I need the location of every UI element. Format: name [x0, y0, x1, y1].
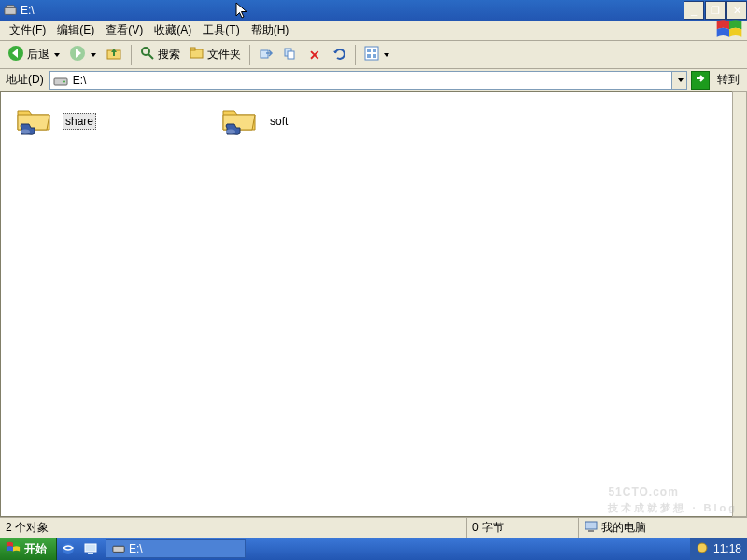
status-location: 我的电脑: [579, 518, 747, 538]
clock: 11:18: [713, 542, 741, 555]
svg-rect-22: [588, 530, 594, 532]
svg-rect-14: [373, 49, 376, 52]
svg-point-5: [142, 48, 149, 55]
svg-rect-15: [367, 54, 371, 58]
separator: [249, 45, 250, 65]
delete-button[interactable]: ✕: [303, 44, 326, 66]
menu-file[interactable]: 文件(F): [4, 21, 51, 40]
menu-favorites[interactable]: 收藏(A): [148, 21, 197, 40]
svg-point-27: [698, 543, 707, 553]
folder-up-icon: [106, 45, 122, 64]
my-computer-icon: [585, 520, 598, 536]
windows-flag-icon: [715, 21, 743, 40]
taskbar: 开始 E:\ 11:18: [0, 538, 747, 560]
views-icon: [364, 46, 379, 63]
svg-rect-1: [7, 6, 15, 8]
status-object-count: 2 个对象: [0, 518, 467, 538]
svg-rect-24: [85, 544, 96, 552]
status-size: 0 字节: [467, 518, 579, 538]
folders-button[interactable]: 文件夹: [186, 44, 245, 66]
window-title: E:\: [21, 4, 683, 17]
drive-icon: [53, 73, 68, 88]
start-button[interactable]: 开始: [0, 538, 57, 560]
back-arrow-icon: [7, 45, 24, 64]
svg-rect-8: [190, 48, 195, 50]
quicklaunch-ie[interactable]: [58, 539, 78, 559]
address-input[interactable]: E:\: [49, 71, 687, 90]
separator: [355, 45, 356, 65]
delete-x-icon: ✕: [309, 48, 320, 63]
menu-bar: 文件(F) 编辑(E) 查看(V) 收藏(A) 工具(T) 帮助(H): [0, 21, 747, 41]
title-bar: E:\ _ ❐ ✕: [0, 0, 747, 21]
search-icon: [140, 46, 155, 63]
system-tray[interactable]: 11:18: [690, 538, 747, 560]
window-icon: [4, 4, 17, 17]
svg-rect-16: [373, 54, 376, 58]
move-to-button[interactable]: [255, 44, 277, 66]
search-button[interactable]: 搜索: [136, 44, 184, 66]
svg-rect-25: [88, 553, 93, 554]
drive-icon: [112, 541, 125, 557]
dropdown-icon: [91, 53, 96, 57]
svg-point-20: [226, 130, 235, 134]
shared-folder-icon: [221, 105, 259, 137]
svg-rect-21: [585, 522, 597, 529]
svg-rect-26: [113, 546, 124, 552]
address-bar: 地址(D) E:\ 转到: [0, 69, 747, 91]
vertical-scrollbar[interactable]: [732, 91, 747, 517]
svg-line-6: [148, 54, 153, 59]
views-button[interactable]: [360, 44, 393, 66]
taskbar-task[interactable]: E:\: [106, 539, 246, 558]
address-path: E:\: [71, 74, 671, 87]
folder-item[interactable]: share: [16, 105, 165, 137]
start-label: 开始: [24, 541, 47, 557]
svg-point-19: [21, 130, 30, 134]
folders-icon: [190, 46, 204, 63]
go-label: 转到: [713, 72, 743, 88]
go-button[interactable]: [691, 71, 710, 90]
menu-edit[interactable]: 编辑(E): [51, 21, 100, 40]
folder-label: share: [63, 113, 96, 130]
copy-to-button[interactable]: [279, 44, 302, 66]
tool-bar: 后退 搜索 文件夹 ✕: [0, 41, 747, 69]
move-to-icon: [259, 46, 274, 63]
file-list-pane[interactable]: share soft: [0, 91, 747, 517]
svg-rect-0: [5, 7, 16, 14]
quicklaunch-desktop[interactable]: [80, 539, 101, 559]
separator: [131, 45, 132, 65]
copy-to-icon: [283, 46, 298, 63]
task-label: E:\: [129, 542, 143, 555]
svg-point-18: [63, 80, 65, 82]
forward-arrow-icon: [69, 45, 86, 64]
folder-label: soft: [268, 114, 289, 129]
back-label: 后退: [27, 47, 49, 63]
svg-rect-9: [261, 50, 268, 58]
folder-item[interactable]: soft: [221, 105, 371, 137]
dropdown-icon: [54, 53, 60, 57]
status-bar: 2 个对象 0 字节 我的电脑: [0, 517, 747, 538]
undo-button[interactable]: [328, 44, 350, 66]
address-label: 地址(D): [4, 72, 46, 88]
svg-rect-13: [367, 49, 371, 52]
back-button[interactable]: 后退: [4, 44, 63, 66]
menu-view[interactable]: 查看(V): [100, 21, 148, 40]
address-dropdown-button[interactable]: [671, 72, 686, 89]
up-button[interactable]: [102, 44, 126, 66]
tray-icon: [696, 541, 709, 557]
undo-icon: [331, 46, 346, 63]
search-label: 搜索: [158, 47, 180, 63]
folders-label: 文件夹: [207, 47, 241, 63]
windows-flag-icon: [6, 540, 21, 558]
menu-help[interactable]: 帮助(H): [246, 21, 295, 40]
minimize-button[interactable]: _: [684, 1, 704, 20]
menu-tools[interactable]: 工具(T): [197, 21, 245, 40]
dropdown-icon: [384, 53, 389, 57]
go-arrow-icon: [695, 73, 706, 87]
svg-rect-11: [288, 51, 294, 59]
forward-button[interactable]: [65, 44, 100, 66]
shared-folder-icon: [16, 105, 53, 137]
dropdown-icon: [678, 78, 684, 82]
